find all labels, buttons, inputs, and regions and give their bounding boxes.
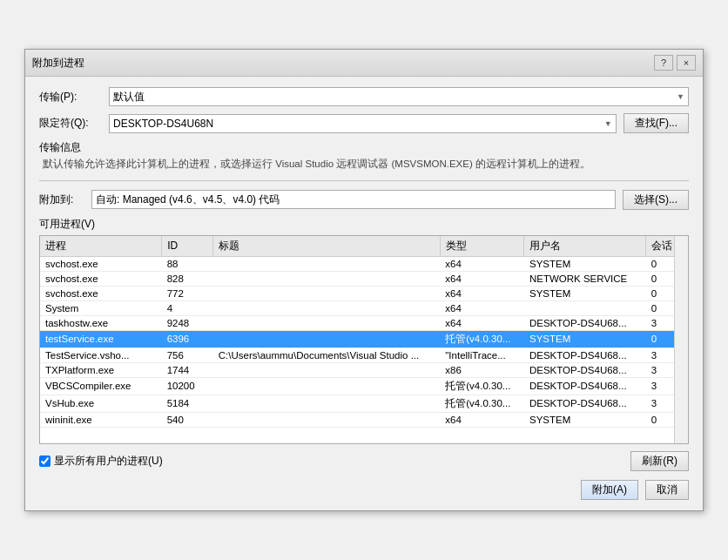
table-row[interactable]: svchost.exe88x64SYSTEM0 — [40, 256, 688, 271]
cell-title — [213, 315, 441, 330]
table-row[interactable]: TXPlatform.exe1744x86DESKTOP-DS4U68...3 — [40, 362, 688, 377]
help-button[interactable]: ? — [654, 55, 673, 71]
table-row[interactable]: VBCSCompiler.exe10200托管(v4.0.30...DESKTO… — [40, 377, 688, 395]
cell-title — [213, 300, 441, 315]
attach-to-label: 附加到: — [39, 192, 91, 207]
table-row[interactable]: taskhostw.exe9248x64DESKTOP-DS4U68...3 — [40, 315, 688, 330]
title-bar-controls: ? × — [654, 55, 696, 71]
cell-user: SYSTEM — [524, 256, 646, 271]
cell-type: x86 — [440, 362, 524, 377]
cell-id: 756 — [162, 347, 213, 362]
cell-title — [213, 395, 441, 412]
cell-process: TXPlatform.exe — [40, 362, 162, 377]
cell-user — [524, 300, 646, 315]
cell-title — [213, 377, 441, 395]
cell-user: DESKTOP-DS4U68... — [524, 362, 646, 377]
find-button[interactable]: 查找(F)... — [624, 113, 689, 133]
cell-process: taskhostw.exe — [40, 315, 162, 330]
attach-to-process-dialog: 附加到进程 ? × 传输(P): 默认值 ▼ 限定符(Q): DESKTOP-D… — [24, 49, 704, 510]
transport-value: 默认值 — [113, 90, 145, 105]
cell-process: svchost.exe — [40, 271, 162, 286]
attach-to-row: 附加到: 自动: Managed (v4.6、v4.5、v4.0) 代码 选择(… — [39, 190, 689, 210]
cell-type: 托管(v4.0.30... — [440, 330, 524, 347]
cell-type: x64 — [440, 271, 524, 286]
cell-title — [213, 362, 441, 377]
cell-process: testService.exe — [40, 330, 162, 347]
attach-to-value-box: 自动: Managed (v4.6、v4.5、v4.0) 代码 — [91, 190, 616, 209]
cell-process: System — [40, 300, 162, 315]
cell-type: x64 — [440, 300, 524, 315]
transport-label: 传输(P): — [39, 90, 109, 105]
cell-user: DESKTOP-DS4U68... — [524, 395, 646, 412]
cell-process: svchost.exe — [40, 286, 162, 300]
col-header-user[interactable]: 用户名 — [524, 236, 646, 257]
col-header-title[interactable]: 标题 — [213, 236, 441, 257]
table-row[interactable]: TestService.vsho...756C:\Users\aummu\Doc… — [40, 347, 688, 362]
cell-id: 10200 — [162, 377, 213, 395]
cell-user: DESKTOP-DS4U68... — [524, 377, 646, 395]
attach-to-control-wrap: 自动: Managed (v4.6、v4.5、v4.0) 代码 选择(S)... — [91, 190, 689, 210]
cell-process: wininit.exe — [40, 412, 162, 427]
qualifier-label: 限定符(Q): — [39, 116, 109, 131]
checkbox-row: 显示所有用户的进程(U) — [39, 454, 163, 469]
available-processes-label: 可用进程(V) — [39, 217, 689, 232]
cell-title — [213, 271, 441, 286]
cell-id: 772 — [162, 286, 213, 300]
cell-user: NETWORK SERVICE — [524, 271, 646, 286]
table-header-row: 进程 ID 标题 类型 用户名 会话 — [40, 236, 688, 257]
transport-info-section: 传输信息 默认传输允许选择此计算机上的进程，或选择运行 Visual Studi… — [39, 140, 689, 171]
cell-id: 6396 — [162, 330, 213, 347]
cell-user: SYSTEM — [524, 330, 646, 347]
scrollbar[interactable] — [674, 236, 688, 443]
cell-title — [213, 286, 441, 300]
cancel-button[interactable]: 取消 — [645, 480, 689, 500]
show-all-users-checkbox[interactable] — [39, 455, 51, 467]
cell-process: TestService.vsho... — [40, 347, 162, 362]
qualifier-row: 限定符(Q): DESKTOP-DS4U68N ▼ 查找(F)... — [39, 113, 689, 133]
refresh-button[interactable]: 刷新(R) — [630, 451, 689, 471]
close-button[interactable]: × — [677, 55, 696, 71]
table-row[interactable]: svchost.exe828x64NETWORK SERVICE0 — [40, 271, 688, 286]
cell-title — [213, 256, 441, 271]
transport-combobox[interactable]: 默认值 ▼ — [109, 87, 689, 106]
cell-process: svchost.exe — [40, 256, 162, 271]
select-button[interactable]: 选择(S)... — [623, 190, 689, 210]
cell-type: x64 — [440, 256, 524, 271]
transport-row: 传输(P): 默认值 ▼ — [39, 87, 689, 106]
table-row[interactable]: testService.exe6396托管(v4.0.30...SYSTEM0 — [40, 330, 688, 347]
cell-id: 4 — [162, 300, 213, 315]
table-row[interactable]: System4x640 — [40, 300, 688, 315]
cell-id: 540 — [162, 412, 213, 427]
col-header-id[interactable]: ID — [162, 236, 213, 257]
col-header-type[interactable]: 类型 — [440, 236, 524, 257]
process-table-container[interactable]: 进程 ID 标题 类型 用户名 会话 svchost.exe88x64SYSTE… — [39, 235, 689, 444]
col-header-process[interactable]: 进程 — [40, 236, 162, 257]
attach-button[interactable]: 附加(A) — [581, 480, 638, 500]
attach-to-value: 自动: Managed (v4.6、v4.5、v4.0) 代码 — [96, 192, 280, 207]
table-row[interactable]: wininit.exe540x64SYSTEM0 — [40, 412, 688, 427]
cell-user: SYSTEM — [524, 412, 646, 427]
cell-id: 1744 — [162, 362, 213, 377]
table-row[interactable]: VsHub.exe5184托管(v4.0.30...DESKTOP-DS4U68… — [40, 395, 688, 412]
bottom-row: 显示所有用户的进程(U) 刷新(R) — [39, 451, 689, 471]
transport-arrow-icon: ▼ — [677, 92, 684, 101]
cell-type: 托管(v4.0.30... — [440, 395, 524, 412]
cell-process: VBCSCompiler.exe — [40, 377, 162, 395]
transport-info-text: 默认传输允许选择此计算机上的进程，或选择运行 Visual Studio 远程调… — [43, 157, 689, 171]
cell-type: x64 — [440, 315, 524, 330]
cell-type: x64 — [440, 412, 524, 427]
cell-id: 5184 — [162, 395, 213, 412]
divider1 — [39, 180, 689, 181]
cell-process: VsHub.exe — [40, 395, 162, 412]
title-bar-left: 附加到进程 — [32, 56, 84, 71]
table-row[interactable]: svchost.exe772x64SYSTEM0 — [40, 286, 688, 300]
transport-control-wrap: 默认值 ▼ — [109, 87, 689, 106]
dialog-body: 传输(P): 默认值 ▼ 限定符(Q): DESKTOP-DS4U68N ▼ 查… — [25, 77, 703, 509]
cell-id: 9248 — [162, 315, 213, 330]
cell-id: 88 — [162, 256, 213, 271]
qualifier-combobox[interactable]: DESKTOP-DS4U68N ▼ — [109, 114, 617, 133]
cell-type: x64 — [440, 286, 524, 300]
action-buttons-row: 附加(A) 取消 — [39, 480, 689, 500]
dialog-title: 附加到进程 — [32, 56, 84, 71]
qualifier-control-wrap: DESKTOP-DS4U68N ▼ 查找(F)... — [109, 113, 689, 133]
